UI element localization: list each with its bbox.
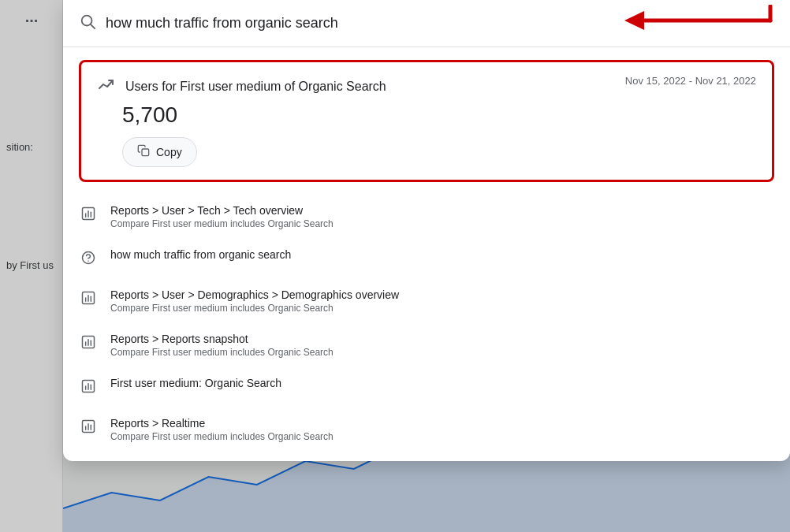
search-bar: how much traffic from organic search [63, 0, 790, 47]
top-result-value: 5,700 [122, 102, 756, 128]
results-list: Reports > User > Tech > Tech overview Co… [63, 195, 790, 461]
trend-icon [97, 75, 116, 98]
result-subtitle-snapshot: Compare First user medium includes Organ… [110, 347, 774, 358]
bar-chart-icon-2 [79, 290, 98, 310]
result-content-snapshot: Reports > Reports snapshot Compare First… [110, 333, 774, 358]
result-item-tech-overview[interactable]: Reports > User > Tech > Tech overview Co… [63, 195, 790, 239]
question-circle-icon [79, 250, 98, 270]
result-subtitle-realtime: Compare First user medium includes Organ… [110, 431, 774, 442]
result-item-question[interactable]: how much traffic from organic search [63, 239, 790, 279]
result-item-demographics[interactable]: Reports > User > Demographics > Demograp… [63, 279, 790, 323]
search-icon [79, 13, 96, 34]
result-title-demographics: Reports > User > Demographics > Demograp… [110, 288, 774, 301]
result-title-snapshot: Reports > Reports snapshot [110, 333, 774, 345]
result-item-realtime[interactable]: Reports > Realtime Compare First user me… [63, 407, 790, 452]
bar-chart-icon-4 [79, 378, 98, 398]
bar-chart-icon-5 [79, 419, 98, 438]
result-content-question: how much traffic from organic search [110, 248, 774, 262]
copy-button-label: Copy [156, 146, 182, 158]
result-title-first-user: First user medium: Organic Search [110, 377, 774, 389]
bar-chart-icon [79, 206, 98, 225]
search-modal: how much traffic from organic search Use… [63, 0, 790, 461]
svg-point-10 [83, 252, 95, 264]
top-result-card: Users for First user medium of Organic S… [79, 60, 774, 182]
result-content: Reports > User > Tech > Tech overview Co… [110, 204, 774, 229]
result-content-demographics: Reports > User > Demographics > Demograp… [110, 288, 774, 314]
result-item-snapshot[interactable]: Reports > Reports snapshot Compare First… [63, 323, 790, 367]
result-title-question: how much traffic from organic search [110, 248, 774, 261]
svg-marker-3 [624, 11, 644, 30]
result-title: Reports > User > Tech > Tech overview [110, 204, 774, 217]
result-item-first-user[interactable]: First user medium: Organic Search [63, 367, 790, 407]
copy-button[interactable]: Copy [122, 137, 197, 167]
result-content-realtime: Reports > Realtime Compare First user me… [110, 417, 774, 442]
top-result-title: Users for First user medium of Organic S… [125, 80, 386, 94]
result-title-realtime: Reports > Realtime [110, 417, 774, 430]
result-subtitle-demographics: Compare First user medium includes Organ… [110, 303, 774, 314]
result-subtitle: Compare First user medium includes Organ… [110, 218, 774, 229]
copy-icon [137, 144, 150, 160]
top-result-date: Nov 15, 2022 - Nov 21, 2022 [625, 75, 756, 87]
bar-chart-icon-3 [79, 334, 98, 354]
svg-line-1 [91, 24, 95, 28]
result-content-first-user: First user medium: Organic Search [110, 377, 774, 391]
svg-rect-5 [142, 149, 149, 156]
red-arrow-annotation [617, 5, 774, 55]
